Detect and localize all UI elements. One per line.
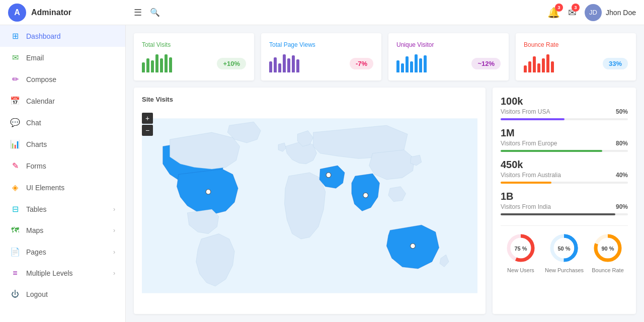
stat-card-body-total-visits: +10% <box>142 54 246 72</box>
bell-badge: 3 <box>555 4 563 12</box>
calendar-icon: 📅 <box>10 96 20 106</box>
sidebar-label-maps: Maps <box>26 226 107 234</box>
map-zoom-controls: + − <box>142 113 153 136</box>
sidebar-label-forms: Forms <box>26 162 115 170</box>
top-header: A Adminator ☰ 🔍 🔔 3 ✉ 3 JD Jhon Doe <box>0 0 644 25</box>
region-fill-india <box>501 213 615 215</box>
stat-card-title-unique-visitor: Unique Visitor <box>396 41 501 48</box>
multiple-levels-icon: ≡ <box>10 269 20 278</box>
world-map-svg <box>142 108 477 303</box>
logout-icon: ⏻ <box>10 290 20 299</box>
bar <box>296 59 299 72</box>
pages-icon: 📄 <box>10 247 20 257</box>
messages-button[interactable]: ✉ 3 <box>568 7 577 19</box>
region-progress-usa <box>501 118 628 120</box>
region-stat-australia: 450k Visitors From Australia 40% <box>501 159 628 184</box>
multiple-levels-arrow-icon: › <box>113 270 115 277</box>
search-icon[interactable]: 🔍 <box>150 8 160 17</box>
region-count-europe: 1M <box>501 127 628 139</box>
donut-new-users: 75 % New Users <box>505 232 537 273</box>
stat-card-title-total-visits: Total Visits <box>142 41 246 48</box>
user-menu[interactable]: JD Jhon Doe <box>585 4 636 21</box>
sidebar-item-chat[interactable]: 💬 Chat <box>0 112 125 133</box>
canada-country <box>170 132 240 169</box>
unique-visitor-bars <box>396 54 427 72</box>
notifications-button[interactable]: 🔔 3 <box>547 7 560 19</box>
sidebar-label-tables: Tables <box>26 205 107 213</box>
bar <box>542 58 545 72</box>
lower-section: Site Visits + − <box>134 88 636 314</box>
sidebar-item-charts[interactable]: 📊 Charts <box>0 133 125 155</box>
stat-card-body-unique-visitor: ~12% <box>396 54 501 72</box>
sidebar-item-dashboard[interactable]: ⊞ Dashboard <box>0 25 125 47</box>
sidebar-label-charts: Charts <box>26 140 115 148</box>
new-users-donut-svg: 75 % <box>505 232 537 264</box>
region-pct-usa: 50% <box>616 108 628 115</box>
header-right: 🔔 3 ✉ 3 JD Jhon Doe <box>547 4 636 21</box>
stat-card-total-page-views: Total Page Views -7% <box>261 33 381 80</box>
region-row-europe: Visitors From Europe 80% <box>501 140 628 147</box>
sidebar-item-ui-elements[interactable]: ◈ UI Elements <box>0 177 125 198</box>
region-stat-india: 1B Visitors From India 90% <box>501 191 628 215</box>
sidebar-label-logout: Logout <box>26 290 115 298</box>
bar <box>410 61 413 72</box>
hamburger-icon[interactable]: ☰ <box>134 7 142 18</box>
zoom-out-button[interactable]: − <box>142 125 153 136</box>
map-title: Site Visits <box>142 96 477 103</box>
region-stat-europe: 1M Visitors From Europe 80% <box>501 127 628 152</box>
sidebar-item-logout[interactable]: ⏻ Logout <box>0 284 125 305</box>
sidebar-label-pages: Pages <box>26 248 107 256</box>
sidebar-item-forms[interactable]: ✎ Forms <box>0 155 125 177</box>
region-fill-australia <box>501 182 551 184</box>
bar <box>424 55 427 72</box>
australia-pin <box>411 244 416 249</box>
bar <box>160 58 163 72</box>
region-row-australia: Visitors From Australia 40% <box>501 172 628 179</box>
india-pin <box>363 193 368 198</box>
stat-card-bounce-rate: Bounce Rate 33% <box>516 33 636 80</box>
sidebar-item-multiple-levels[interactable]: ≡ Multiple Levels › <box>0 263 125 284</box>
bounce-rate-label: Bounce Rate <box>592 267 624 273</box>
bar <box>142 62 145 72</box>
stats-row: Total Visits +10% Total Page <box>134 33 636 80</box>
bar <box>419 58 422 72</box>
maps-arrow-icon: › <box>113 227 115 234</box>
region-row-usa: Visitors From USA 50% <box>501 108 628 115</box>
bar <box>537 63 540 72</box>
sidebar-item-email[interactable]: ✉ Email <box>0 47 125 68</box>
sidebar-item-compose[interactable]: ✏ Compose <box>0 68 125 90</box>
bar <box>528 61 531 72</box>
main-content: Total Visits +10% Total Page <box>126 25 644 322</box>
forms-icon: ✎ <box>10 161 20 171</box>
bar <box>406 56 409 72</box>
charts-icon: 📊 <box>10 139 20 149</box>
sidebar-item-maps[interactable]: 🗺 Maps › <box>0 220 125 241</box>
total-visits-badge: +10% <box>217 58 246 69</box>
dashboard-icon: ⊞ <box>10 31 20 41</box>
logo-area: A Adminator <box>8 4 134 22</box>
region-label-australia: Visitors From Australia <box>501 172 561 179</box>
sidebar-label-compose: Compose <box>26 75 115 84</box>
page-views-bars <box>269 54 299 72</box>
bar <box>287 58 290 72</box>
stat-card-unique-visitor: Unique Visitor ~12% <box>388 33 509 80</box>
region-progress-india <box>501 213 628 215</box>
region-count-australia: 450k <box>501 159 628 171</box>
bar <box>165 54 168 72</box>
region-label-europe: Visitors From Europe <box>501 140 557 147</box>
sidebar-item-tables[interactable]: ⊟ Tables › <box>0 198 125 220</box>
email-icon: ✉ <box>10 53 20 62</box>
region-fill-usa <box>501 118 565 120</box>
region-progress-europe <box>501 150 628 152</box>
compose-icon: ✏ <box>10 74 20 84</box>
sidebar-item-calendar[interactable]: 📅 Calendar <box>0 90 125 112</box>
new-purchases-donut-svg: 50 % <box>548 232 580 264</box>
zoom-in-button[interactable]: + <box>142 113 153 124</box>
logo-icon: A <box>8 4 26 22</box>
bounce-rate-bars <box>524 54 554 72</box>
bar <box>524 65 527 72</box>
bar <box>415 54 418 72</box>
username: Jhon Doe <box>606 9 636 17</box>
sidebar-item-pages[interactable]: 📄 Pages › <box>0 241 125 263</box>
region-fill-europe <box>501 150 602 152</box>
